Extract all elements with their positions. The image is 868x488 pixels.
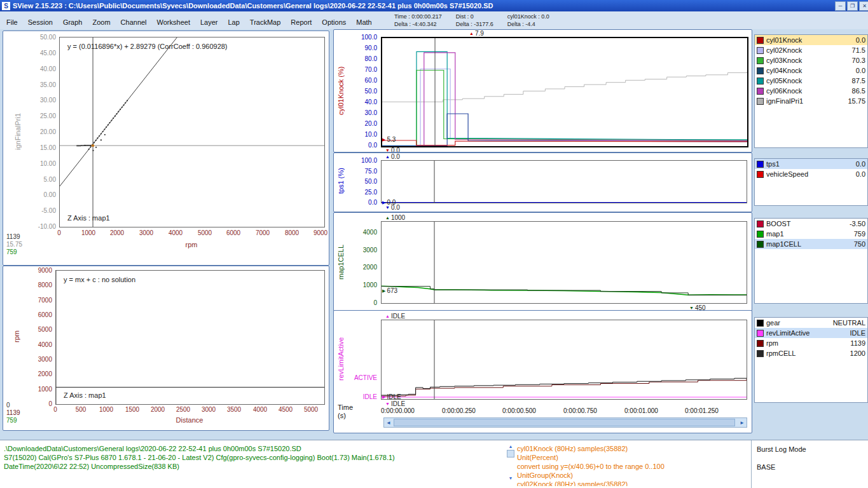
menu-report[interactable]: Report [286, 18, 317, 27]
channel-row-rpm[interactable]: rpm1139 [755, 338, 867, 348]
max-marker-icon: ▲ [385, 154, 390, 159]
menu-options[interactable]: Options [317, 18, 351, 27]
channel-row-map1[interactable]: map1759 [755, 229, 867, 239]
cursor-value: 1139 [6, 233, 22, 241]
channel-row-map1CELL[interactable]: map1CELL750 [755, 239, 867, 249]
scatter-canvas[interactable] [56, 271, 324, 404]
menu-math[interactable]: Math [351, 18, 376, 27]
channel-value: 750 [854, 240, 865, 248]
time-scrollbar[interactable]: ◄ ► [383, 417, 747, 428]
menu-zoom[interactable]: Zoom [87, 18, 115, 27]
y-tick-label: 0 [48, 400, 52, 407]
channel-name: map1CELL [766, 240, 851, 248]
time-series-canvas[interactable] [382, 222, 747, 303]
x-axis-label: rpm [59, 241, 324, 248]
channel-name: map1 [766, 230, 851, 238]
scroll-down-arrow-icon[interactable]: ▼ [509, 476, 513, 481]
y-tick-label: 30.00 [40, 97, 56, 104]
plot-area[interactable] [381, 160, 747, 203]
plot-area[interactable] [381, 320, 747, 400]
plot-area[interactable]: y = (0.0116896*x) + 2.89279 (CorrCoeff :… [59, 37, 325, 227]
y-tick-label: 2000 [363, 264, 377, 271]
y-tick-label: 4000 [363, 229, 377, 236]
marker-value: 7.9 [475, 30, 484, 37]
status-dist: Dist : 0 [456, 13, 493, 20]
y-tick-label: 50.0 [365, 178, 377, 185]
menu-lap[interactable]: Lap [223, 18, 244, 27]
axis-marker-icon: ▶ [382, 200, 385, 205]
y-tick-label: ACTIVE [354, 374, 377, 381]
y-tick-label: 0.0 [368, 199, 377, 206]
menu-channel[interactable]: Channel [116, 18, 152, 27]
time-series-canvas[interactable] [382, 161, 747, 203]
max-marker: ▲IDLE [385, 313, 405, 319]
y-axis-label: ignFinalPri1 [13, 37, 22, 226]
y-tick-label: 100.0 [361, 157, 377, 164]
channel-row-BOOST[interactable]: BOOST-3.50 [755, 219, 867, 229]
y-tick-label: 5.00 [44, 176, 56, 183]
scroll-left-arrow-icon[interactable]: ◄ [384, 418, 393, 427]
time-series-canvas[interactable] [382, 320, 747, 399]
channel-value: 15.75 [848, 97, 865, 105]
y-tick-label: 0.00 [44, 191, 56, 198]
channel-row-cyl06Knock[interactable]: cyl06Knock86.5 [755, 86, 867, 96]
cursor-value: 1139 [6, 409, 20, 417]
scrollbar-thumb[interactable] [507, 450, 514, 458]
restore-button[interactable]: ❐ [847, 1, 858, 11]
close-button[interactable]: ✕ [859, 1, 868, 11]
app-logo-icon: S [2, 2, 10, 10]
scroll-up-arrow-icon[interactable]: ▲ [509, 444, 513, 449]
max-marker-icon: ▲ [385, 215, 390, 220]
plot-area[interactable]: y = mx + c : no solution Z Axis : map1 [55, 270, 325, 405]
channel-row-cyl04Knock[interactable]: cyl04Knock0.0 [755, 65, 867, 76]
time-chart-cyl01knock: cyl01Knock (%) 100.090.080.070.060.050.0… [333, 29, 752, 152]
x-tick-label: 4500 [279, 406, 293, 413]
scroll-right-arrow-icon[interactable]: ► [738, 418, 747, 427]
channel-value: 1139 [850, 339, 865, 347]
minimize-button[interactable]: ─ [835, 1, 846, 11]
menu-graph[interactable]: Graph [58, 18, 88, 27]
channel-row-ignFinalPri1[interactable]: ignFinalPri115.75 [755, 96, 867, 106]
plot-area[interactable] [381, 221, 747, 304]
channel-value: 0.0 [856, 36, 865, 44]
status-channel-delta: Delta : -4.4 [507, 20, 549, 28]
channel-row-cyl03Knock[interactable]: cyl03Knock70.3 [755, 55, 867, 65]
titlebar: S SView 2.15.223 : C:\Users\Public\Docum… [0, 0, 868, 11]
scatter-canvas[interactable] [60, 37, 324, 227]
min-marker: ▼0.0 [385, 147, 400, 152]
menu-trackmap[interactable]: TrackMap [245, 18, 286, 27]
channel-row-tps1[interactable]: tps10.0 [755, 159, 867, 169]
channel-row-cyl05Knock[interactable]: cyl05Knock87.5 [755, 76, 867, 86]
scrollbar-thumb[interactable] [394, 419, 735, 426]
status-channel: cyl01Knock : 0.0 [507, 13, 549, 20]
menu-layer[interactable]: Layer [195, 18, 223, 27]
channel-color-swatch [757, 320, 764, 327]
time-tick-label: 0:00:00.000 [381, 407, 415, 414]
y-tick-label: 50.00 [40, 34, 56, 41]
x-tick-label: 4000 [169, 229, 183, 236]
time-axis-label-line1: Time [338, 403, 353, 412]
time-tick-label: 0:00:01.000 [624, 407, 658, 414]
time-series-canvas[interactable] [382, 38, 747, 146]
plot-area[interactable] [381, 37, 748, 147]
x-tick-label: 8000 [285, 229, 299, 236]
status-dist-column: Dist : 0 Delta : -3177.6 [456, 13, 493, 28]
channel-name: cyl01Knock [766, 36, 853, 44]
y-tick-label: -10.00 [38, 223, 56, 230]
channel-value: 71.5 [852, 46, 865, 54]
x-axis-ticks: 0500100015002000250030003500400045005000 [55, 406, 324, 414]
time-tick-label: 0:00:00.250 [442, 407, 476, 414]
menu-session[interactable]: Session [23, 18, 58, 27]
y-tick-label: 10.0 [365, 131, 377, 138]
min-marker-icon: ▼ [689, 306, 694, 310]
window-controls: ─ ❐ ✕ [835, 1, 868, 11]
menu-file[interactable]: File [1, 18, 23, 27]
channel-row-cyl01Knock[interactable]: cyl01Knock0.0 [755, 35, 867, 45]
channel-row-revLimitActive[interactable]: revLimitActiveIDLE [755, 328, 867, 338]
menu-worksheet[interactable]: Worksheet [152, 18, 195, 27]
channel-row-gear[interactable]: gearNEUTRAL [755, 318, 867, 328]
channel-row-vehicleSpeed[interactable]: vehicleSpeed0.0 [755, 169, 867, 179]
channel-info-scrollbar[interactable]: ▲ ▼ [507, 444, 514, 481]
channel-row-cyl02Knock[interactable]: cyl02Knock71.5 [755, 45, 867, 55]
channel-row-rpmCELL[interactable]: rpmCELL1200 [755, 348, 867, 358]
